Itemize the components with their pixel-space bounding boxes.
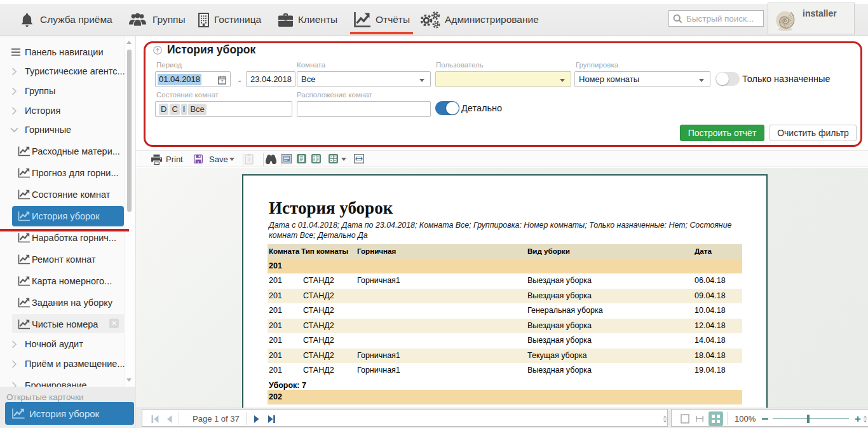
svg-text:7: 7 (221, 79, 224, 84)
svg-text:?: ? (248, 157, 251, 163)
